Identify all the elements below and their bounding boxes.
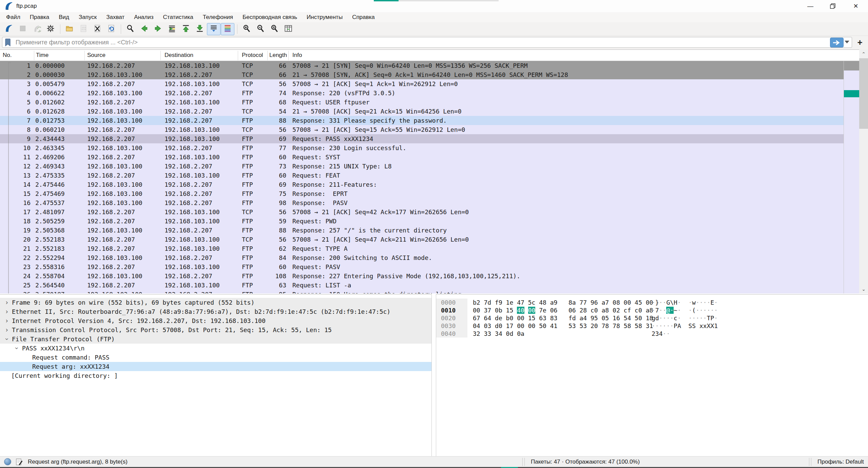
auto-scroll-button[interactable] bbox=[207, 23, 220, 35]
detail-line-1[interactable]: ›Frame 9: 69 bytes on wire (552 bits), 6… bbox=[0, 298, 431, 307]
zoom-reset-button[interactable] bbox=[268, 23, 281, 35]
packet-row-14[interactable]: 142.475446192.168.103.100192.168.2.207FT… bbox=[0, 180, 844, 189]
column-header-info[interactable]: Info bbox=[292, 50, 302, 61]
scrollbar-thumb[interactable] bbox=[859, 58, 868, 129]
packet-row-2[interactable]: 20.000030192.168.103.100192.168.2.207TCP… bbox=[0, 70, 844, 79]
packet-row-11[interactable]: 112.469206192.168.2.207192.168.103.100FT… bbox=[0, 152, 844, 162]
filter-bookmark-icon[interactable] bbox=[3, 38, 13, 47]
packet-row-22[interactable]: 222.552294192.168.103.100192.168.2.207FT… bbox=[0, 253, 844, 262]
column-divider[interactable] bbox=[238, 51, 238, 60]
packet-row-24[interactable]: 242.558704192.168.103.100192.168.2.207FT… bbox=[0, 271, 844, 281]
reload-file-button[interactable] bbox=[104, 23, 118, 35]
resize-columns-button[interactable] bbox=[282, 23, 295, 35]
collapse-chevron-icon[interactable]: › bbox=[2, 337, 12, 342]
expand-chevron-icon[interactable]: › bbox=[4, 307, 9, 316]
menu-item-10[interactable]: Инструменты bbox=[302, 12, 347, 22]
packet-row-9[interactable]: 92.434443192.168.2.207192.168.103.100FTP… bbox=[0, 134, 844, 143]
expand-chevron-icon[interactable]: › bbox=[4, 316, 9, 325]
column-divider[interactable] bbox=[84, 51, 85, 60]
column-header-destination[interactable]: Destination bbox=[165, 50, 193, 61]
packet-row-19[interactable]: 192.505368192.168.103.100192.168.2.207FT… bbox=[0, 226, 844, 235]
capture-options-button[interactable] bbox=[44, 23, 57, 35]
detail-line-7[interactable]: Request command: PASS bbox=[0, 353, 431, 362]
expert-info-icon[interactable] bbox=[4, 458, 11, 465]
menu-item-3[interactable]: Вид bbox=[54, 12, 74, 22]
hex-row-0030[interactable]: 003004 03 d0 17 00 00 50 41 53 53 20 78 … bbox=[436, 322, 868, 330]
packet-row-7[interactable]: 70.012753192.168.103.100192.168.2.207FTP… bbox=[0, 116, 844, 125]
menu-item-6[interactable]: Анализ bbox=[129, 12, 158, 22]
last-packet-button[interactable] bbox=[193, 23, 207, 35]
menu-item-9[interactable]: Беспроводная связь bbox=[238, 12, 302, 22]
column-divider[interactable] bbox=[288, 51, 289, 60]
intelligent-scrollbar-minimap[interactable] bbox=[844, 61, 859, 293]
restore-button[interactable] bbox=[822, 0, 844, 12]
column-header-time[interactable]: Time bbox=[36, 50, 49, 61]
zoom-in-button[interactable] bbox=[240, 23, 253, 35]
start-capture-button[interactable] bbox=[2, 23, 16, 35]
column-divider[interactable] bbox=[267, 51, 268, 60]
menu-item-8[interactable]: Телефония bbox=[198, 12, 238, 22]
detail-line-8[interactable]: Request arg: xxXX1234 bbox=[0, 362, 431, 371]
scrollbar-down-arrow[interactable]: ⌄ bbox=[859, 285, 868, 293]
menu-item-2[interactable]: Правка bbox=[25, 12, 54, 22]
next-packet-button[interactable] bbox=[151, 23, 165, 35]
packet-row-25[interactable]: 252.564540192.168.2.207192.168.103.100FT… bbox=[0, 281, 844, 290]
detail-line-6[interactable]: ›PASS xxXX1234\r\n bbox=[0, 344, 431, 353]
detail-line-3[interactable]: ›Internet Protocol Version 4, Src: 192.1… bbox=[0, 316, 431, 325]
find-packet-button[interactable] bbox=[123, 23, 137, 35]
packet-row-20[interactable]: 202.552183192.168.2.207192.168.103.100TC… bbox=[0, 235, 844, 244]
first-packet-button[interactable] bbox=[179, 23, 193, 35]
detail-line-2[interactable]: ›Ethernet II, Src: Routerboardc_77:96:a7… bbox=[0, 307, 431, 316]
packet-row-6[interactable]: 60.012628192.168.103.100192.168.2.207TCP… bbox=[0, 107, 844, 116]
packet-row-16[interactable]: 162.475537192.168.103.100192.168.2.207FT… bbox=[0, 198, 844, 207]
hex-row-0000[interactable]: 0000b2 7d f9 1e 47 5c 48 a9 8a 77 96 a7 … bbox=[436, 299, 868, 306]
column-header-source[interactable]: Source bbox=[87, 50, 105, 61]
column-divider[interactable] bbox=[160, 51, 161, 60]
hex-row-0040[interactable]: 004032 33 34 0d 0a234·· bbox=[436, 330, 868, 338]
detail-line-5[interactable]: ›File Transfer Protocol (FTP) bbox=[0, 334, 431, 344]
packet-row-21[interactable]: 212.552183192.168.2.207192.168.103.100FT… bbox=[0, 244, 844, 253]
detail-line-9[interactable]: [Current working directory: ] bbox=[0, 371, 431, 380]
packet-row-3[interactable]: 30.005479192.168.2.207192.168.103.100TCP… bbox=[0, 79, 844, 88]
packet-row-26-partial[interactable]: 262.570187192.168.103.100192.168.2.207FT… bbox=[0, 290, 844, 293]
goto-packet-button[interactable] bbox=[165, 23, 179, 35]
profile-status[interactable]: Профиль: Default bbox=[817, 459, 864, 465]
column-header-no[interactable]: No. bbox=[3, 50, 12, 61]
expand-chevron-icon[interactable]: › bbox=[4, 298, 9, 307]
column-header-length[interactable]: Length bbox=[269, 50, 287, 61]
add-filter-button[interactable]: + bbox=[854, 37, 866, 48]
minimize-button[interactable]: — bbox=[799, 0, 822, 12]
collapse-chevron-icon[interactable]: › bbox=[12, 346, 21, 351]
filter-dropdown-caret[interactable] bbox=[845, 41, 849, 43]
packet-row-18[interactable]: 182.505259192.168.2.207192.168.103.100FT… bbox=[0, 217, 844, 226]
packet-row-12[interactable]: 122.469343192.168.103.100192.168.2.207FT… bbox=[0, 162, 844, 171]
hex-row-0010[interactable]: 001000 37 0b 15 40 00 7e 06 06 28 c0 a8 … bbox=[436, 306, 868, 314]
packet-row-17[interactable]: 172.481097192.168.2.207192.168.103.100TC… bbox=[0, 207, 844, 217]
packet-row-4[interactable]: 40.006622192.168.103.100192.168.2.207FTP… bbox=[0, 88, 844, 98]
expand-chevron-icon[interactable]: › bbox=[4, 325, 9, 334]
packet-row-8[interactable]: 80.060210192.168.2.207192.168.103.100TCP… bbox=[0, 125, 844, 134]
close-file-button[interactable] bbox=[91, 23, 104, 35]
close-button[interactable]: ✕ bbox=[845, 0, 867, 12]
menu-item-11[interactable]: Справка bbox=[347, 12, 380, 22]
packet-row-13[interactable]: 132.475335192.168.2.207192.168.103.100FT… bbox=[0, 171, 844, 180]
scrollbar-up-arrow[interactable]: ⌃ bbox=[859, 50, 868, 58]
packet-row-10[interactable]: 102.463345192.168.103.100192.168.2.207FT… bbox=[0, 143, 844, 152]
apply-filter-button[interactable] bbox=[830, 38, 844, 47]
packet-row-23[interactable]: 232.558316192.168.2.207192.168.103.100FT… bbox=[0, 262, 844, 271]
packet-row-15[interactable]: 152.475469192.168.103.100192.168.2.207FT… bbox=[0, 189, 844, 198]
packet-row-1[interactable]: 10.000000192.168.2.207192.168.103.100TCP… bbox=[0, 61, 844, 70]
packet-row-5[interactable]: 50.012602192.168.2.207192.168.103.100FTP… bbox=[0, 98, 844, 107]
open-file-button[interactable] bbox=[63, 23, 76, 35]
column-header-protocol[interactable]: Protocol bbox=[242, 50, 263, 61]
zoom-out-button[interactable] bbox=[254, 23, 267, 35]
column-divider[interactable] bbox=[34, 51, 34, 60]
colorize-button[interactable] bbox=[221, 23, 234, 35]
menu-item-1[interactable]: Файл bbox=[1, 12, 25, 22]
menu-item-4[interactable]: Запуск bbox=[74, 12, 101, 22]
detail-line-4[interactable]: ›Transmission Control Protocol, Src Port… bbox=[0, 325, 431, 334]
hex-row-0020[interactable]: 002067 64 de b0 00 15 63 83 fd a4 95 05 … bbox=[436, 314, 868, 322]
previous-packet-button[interactable] bbox=[137, 23, 151, 35]
menu-item-5[interactable]: Захват bbox=[101, 12, 129, 22]
menu-item-7[interactable]: Статистика bbox=[158, 12, 198, 22]
